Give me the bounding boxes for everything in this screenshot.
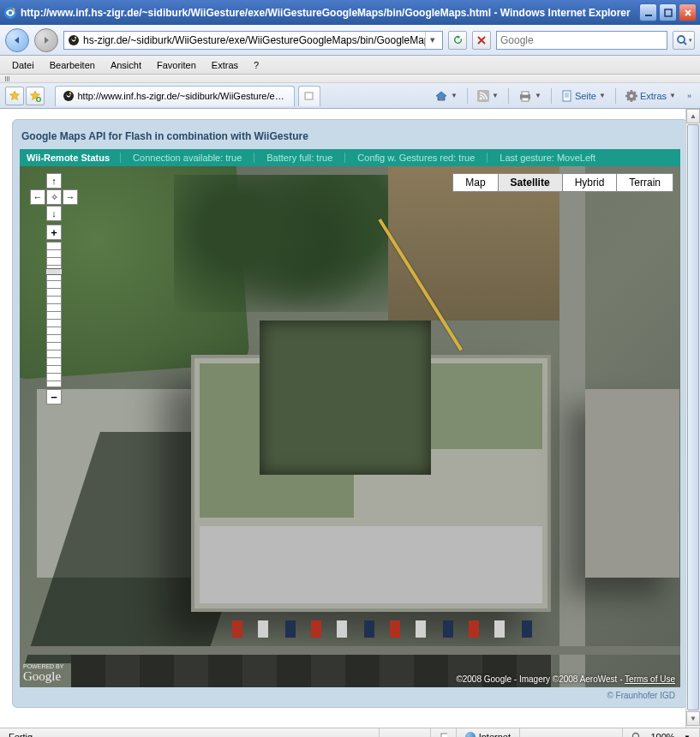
zoom-out-button[interactable]: − <box>46 389 62 404</box>
zoom-thumb[interactable] <box>45 268 63 275</box>
minimize-button[interactable] <box>639 3 657 21</box>
menu-ansicht[interactable]: Ansicht <box>104 58 148 72</box>
toolbar-separator <box>0 75 700 83</box>
stop-button[interactable] <box>472 31 491 50</box>
wii-config: Config w. Gestures red: true <box>344 153 487 163</box>
globe-icon <box>465 732 476 737</box>
tab-favicon <box>63 90 74 102</box>
svg-point-22 <box>633 734 639 738</box>
maptype-terrain[interactable]: Terrain <box>617 174 673 191</box>
page-menu-button[interactable]: Seite▼ <box>555 87 612 105</box>
address-bar[interactable]: ▾ <box>63 31 443 50</box>
nav-toolbar: ▾ ▾ <box>0 25 700 56</box>
browser-tab[interactable]: http://www.inf.hs-zigr.de/~sidiburk/WiiG… <box>55 86 295 106</box>
scroll-thumb[interactable] <box>687 124 699 710</box>
new-tab-button[interactable] <box>298 86 320 106</box>
search-input[interactable] <box>500 34 663 46</box>
svg-point-1 <box>9 10 12 14</box>
pan-left-button[interactable]: ← <box>30 189 45 205</box>
pan-right-button[interactable]: → <box>63 189 78 205</box>
pan-down-button[interactable]: ↓ <box>46 206 62 221</box>
satellite-imagery <box>20 166 680 687</box>
svg-point-19 <box>630 94 633 98</box>
menu-extras[interactable]: Extras <box>205 58 245 72</box>
menu-bearbeiten[interactable]: Bearbeiten <box>43 58 102 72</box>
menu-help[interactable]: ? <box>247 58 266 72</box>
svg-rect-20 <box>441 734 447 737</box>
menu-datei[interactable]: Datei <box>5 58 41 72</box>
gear-icon <box>625 90 637 102</box>
tools-menu-button[interactable]: Extras▼ <box>619 87 682 105</box>
close-button[interactable] <box>679 3 697 21</box>
svg-point-13 <box>480 97 482 99</box>
svg-rect-15 <box>522 92 529 95</box>
rss-icon <box>477 90 489 102</box>
print-button[interactable]: ▼ <box>512 87 547 105</box>
maximize-button[interactable] <box>659 3 677 21</box>
wii-gesture: Last gesture: MoveLeft <box>487 153 607 163</box>
pan-up-button[interactable]: ↑ <box>46 173 62 189</box>
map-copyright: ©2008 Google - Imagery ©2008 AeroWest - … <box>456 674 675 684</box>
google-logo: POWERED BY Google <box>23 663 63 684</box>
svg-rect-11 <box>440 98 442 100</box>
map-controls: ↑ ← ✧ → ↓ + − <box>30 173 78 406</box>
app-panel: Google Maps API for Flash in combination… <box>12 119 688 708</box>
url-input[interactable] <box>83 34 425 46</box>
feeds-button[interactable]: ▼ <box>471 87 505 105</box>
page-icon <box>561 90 572 102</box>
zoom-control[interactable]: 100%▼ <box>623 728 700 737</box>
scroll-down-button[interactable]: ▼ <box>686 711 700 726</box>
tab-title: http://www.inf.hs-zigr.de/~sidiburk/WiiG… <box>77 91 287 101</box>
window-title: http://www.inf.hs-zigr.de/~sidiburk/WiiG… <box>21 7 639 19</box>
search-button[interactable]: ▾ <box>673 31 695 50</box>
zoom-in-button[interactable]: + <box>46 225 62 240</box>
ie-icon <box>3 6 17 20</box>
home-button[interactable]: ▼ <box>428 87 464 105</box>
page-title: Google Maps API for Flash in combination… <box>20 127 680 149</box>
url-dropdown[interactable]: ▾ <box>425 32 439 49</box>
browser-status-bar: Fertig Internet 100%▼ <box>0 728 700 737</box>
svg-rect-3 <box>665 9 672 16</box>
status-ready: Fertig <box>0 728 380 737</box>
add-favorite-button[interactable] <box>26 87 45 105</box>
wii-connection: Connection available: true <box>120 153 254 163</box>
wii-status-bar: Wii-Remote Status Connection available: … <box>20 149 680 166</box>
maptype-satellite[interactable]: Satellite <box>499 174 563 191</box>
maptype-hybrid[interactable]: Hybrid <box>563 174 618 191</box>
pan-reset-button[interactable]: ✧ <box>46 189 62 205</box>
menu-bar: Datei Bearbeiten Ansicht Favoriten Extra… <box>0 56 700 75</box>
svg-point-9 <box>69 93 71 94</box>
zoom-slider[interactable] <box>46 242 62 387</box>
refresh-button[interactable] <box>448 31 467 50</box>
content-area: Google Maps API for Flash in combination… <box>0 109 700 728</box>
wii-status-label: Wii-Remote Status <box>27 153 110 163</box>
favorites-star-button[interactable] <box>5 87 24 105</box>
svg-rect-16 <box>522 98 529 101</box>
page-favicon <box>68 34 80 46</box>
svg-point-5 <box>75 36 76 38</box>
svg-point-6 <box>678 36 685 43</box>
svg-rect-2 <box>645 15 652 16</box>
scroll-up-button[interactable]: ▲ <box>686 109 700 123</box>
window-titlebar: http://www.inf.hs-zigr.de/~sidiburk/WiiG… <box>0 0 700 25</box>
forward-button[interactable] <box>34 28 58 52</box>
footer-attribution: © Fraunhofer IGD <box>20 687 680 700</box>
search-box[interactable] <box>496 31 667 50</box>
svg-rect-17 <box>563 91 571 101</box>
blank-page-icon <box>304 92 314 100</box>
toolbar-chevron[interactable]: » <box>684 87 695 105</box>
wii-battery: Battery full: true <box>254 153 344 163</box>
print-icon <box>518 90 532 102</box>
map-canvas[interactable]: ↑ ← ✧ → ↓ + − Map <box>20 166 680 687</box>
terms-link[interactable]: Terms of Use <box>625 674 675 684</box>
security-zone[interactable]: Internet <box>457 728 520 737</box>
menu-favoriten[interactable]: Favoriten <box>150 58 203 72</box>
maptype-map[interactable]: Map <box>453 174 498 191</box>
back-button[interactable] <box>5 28 29 52</box>
zoom-icon <box>631 732 642 737</box>
home-icon <box>434 90 448 102</box>
protected-mode-icon <box>440 732 447 737</box>
tab-bar: http://www.inf.hs-zigr.de/~sidiburk/WiiG… <box>0 83 700 109</box>
vertical-scrollbar[interactable]: ▲ ▼ <box>685 109 700 728</box>
svg-rect-10 <box>305 93 313 99</box>
